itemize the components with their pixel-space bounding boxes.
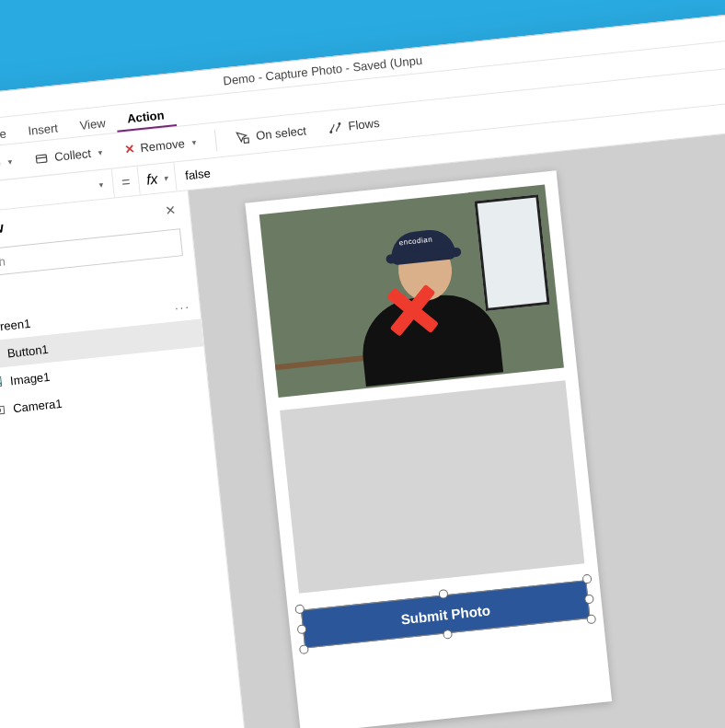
resize-handle[interactable] xyxy=(584,594,594,604)
separator xyxy=(214,129,218,151)
onselect-button[interactable]: On select xyxy=(226,118,316,151)
resize-handle[interactable] xyxy=(299,644,309,654)
chevron-down-icon: ▾ xyxy=(191,137,197,146)
remove-x-icon: ✕ xyxy=(124,142,136,156)
app-window: Demo - Capture Photo - Saved (Unpu File … xyxy=(0,14,725,728)
svg-point-13 xyxy=(0,408,1,412)
remove-label: Remove xyxy=(140,136,186,155)
more-icon[interactable]: ··· xyxy=(174,299,190,315)
tree-label: Screen1 xyxy=(0,316,31,334)
svg-rect-1 xyxy=(244,137,248,142)
equals-label: = xyxy=(112,167,141,198)
tree-label: Image1 xyxy=(9,369,51,387)
svg-rect-10 xyxy=(0,376,2,387)
submit-label: Submit Photo xyxy=(400,602,491,627)
fx-button[interactable]: fx ▾ xyxy=(138,162,178,194)
main-area: Tree view ✕ Search App ▾ xyxy=(0,132,725,728)
chevron-down-icon: ▾ xyxy=(163,173,168,182)
collect-label: Collect xyxy=(54,146,92,164)
phone-frame: encodian Submit Photo xyxy=(245,170,612,728)
tree-label: Camera1 xyxy=(12,396,63,415)
navigate-label: Navigate xyxy=(0,156,1,174)
fx-label: fx xyxy=(145,170,158,188)
search-placeholder: Search xyxy=(0,254,6,272)
image-icon xyxy=(0,374,4,390)
close-icon[interactable]: ✕ xyxy=(165,202,178,218)
cursor-icon xyxy=(236,129,252,145)
formula-value: false xyxy=(185,166,212,182)
flows-button[interactable]: Flows xyxy=(318,110,388,142)
chevron-down-icon: ▾ xyxy=(98,147,103,156)
chevron-down-icon: ▾ xyxy=(7,156,13,166)
canvas[interactable]: encodian Submit Photo xyxy=(189,132,725,728)
collect-icon xyxy=(34,150,51,167)
resize-handle[interactable] xyxy=(443,630,453,640)
image-placeholder[interactable] xyxy=(280,380,584,594)
resize-handle[interactable] xyxy=(582,574,593,584)
remove-button[interactable]: ✕ Remove ▾ xyxy=(115,130,206,162)
navigate-button[interactable]: Navigate ▾ xyxy=(0,148,22,182)
tree-view-title: Tree view xyxy=(0,219,5,242)
svg-point-2 xyxy=(329,130,332,133)
button-icon xyxy=(0,346,1,363)
submit-button-selection: Submit Photo xyxy=(301,580,591,648)
camera-icon xyxy=(0,401,6,418)
tree-label: Button1 xyxy=(6,341,49,360)
resize-handle[interactable] xyxy=(586,614,596,624)
onselect-label: On select xyxy=(255,123,306,143)
camera-preview[interactable]: encodian xyxy=(259,185,564,399)
red-x-overlay xyxy=(381,277,443,340)
svg-point-3 xyxy=(339,121,341,124)
chevron-down-icon: ▾ xyxy=(98,179,104,189)
flows-label: Flows xyxy=(348,116,380,133)
collect-button[interactable]: Collect ▾ xyxy=(25,139,112,172)
flows-icon xyxy=(328,120,344,136)
